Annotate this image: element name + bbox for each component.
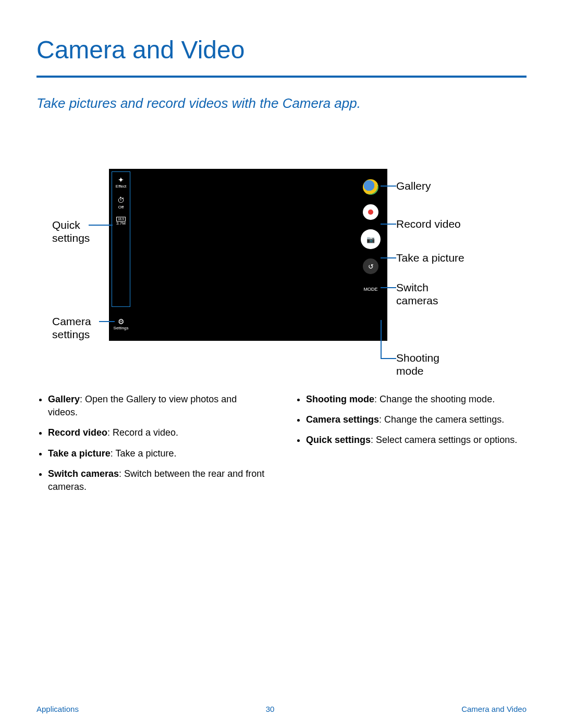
bullet-item: Camera settings: Change the camera setti… <box>306 413 527 426</box>
callout-quick-settings: Quick settings <box>52 218 104 244</box>
bullet-desc: : Record a video. <box>107 427 178 438</box>
right-column: Shooting mode: Change the shooting mode.… <box>295 393 527 501</box>
description-columns: Gallery: Open the Gallery to view photos… <box>36 393 527 501</box>
callout-record-video: Record video <box>396 217 461 230</box>
bullet-item: Gallery: Open the Gallery to view photos… <box>48 393 268 419</box>
bullet-term: Take a picture <box>48 448 111 459</box>
size-label: 3.7M <box>116 221 126 226</box>
bullet-desc: : Take a picture. <box>111 448 177 459</box>
switch-camera-icon: ↺ <box>368 263 374 270</box>
bullet-item: Switch cameras: Switch between the rear … <box>48 467 268 493</box>
title-rule <box>36 76 527 78</box>
footer: Applications 30 Camera and Video <box>0 705 563 713</box>
callout-gallery: Gallery <box>396 179 431 192</box>
shutter-button[interactable]: 📷 <box>361 229 381 249</box>
rule <box>89 225 113 226</box>
bullet-item: Take a picture: Take a picture. <box>48 447 268 460</box>
camera-icon: 📷 <box>366 236 375 243</box>
bullet-term: Switch cameras <box>48 468 119 479</box>
timer-icon: ⏱ <box>117 196 125 204</box>
rule <box>381 358 396 359</box>
bullet-term: Quick settings <box>306 435 371 445</box>
left-column: Gallery: Open the Gallery to view photos… <box>36 393 268 501</box>
gallery-button[interactable] <box>363 179 378 195</box>
switch-camera-button[interactable]: ↺ <box>363 258 378 274</box>
callout-take-picture: Take a picture <box>396 251 464 264</box>
footer-right: Camera and Video <box>461 705 527 713</box>
callout-switch-cameras: Switch cameras <box>396 281 459 307</box>
callout-shooting-mode: Shooting mode <box>396 351 459 377</box>
effect-label: Effect <box>116 184 126 189</box>
bullet-desc: : Change the shooting mode. <box>374 394 495 404</box>
effect-button[interactable]: ✦ Effect <box>116 176 126 189</box>
timer-label: Off <box>118 205 124 209</box>
camera-right-controls: 📷 ↺ MODE <box>359 179 382 292</box>
footer-left: Applications <box>36 705 79 713</box>
sparkle-icon: ✦ <box>116 176 126 184</box>
aspect-button[interactable]: 16:9 3.7M <box>116 217 126 226</box>
bullet-term: Record video <box>48 427 107 438</box>
callout-camera-settings: Camera settings <box>52 315 109 341</box>
camera-screenshot: ✦ Effect ⏱ Off 16:9 3.7M ⚙ Settings <box>109 169 387 341</box>
camera-settings-button[interactable]: ⚙ Settings <box>113 317 129 330</box>
rule <box>381 320 382 359</box>
page-title: Camera and Video <box>36 35 527 64</box>
bullet-desc: : Select camera settings or options. <box>371 435 517 445</box>
mode-button[interactable]: MODE <box>364 287 378 292</box>
bullet-desc: : Change the camera settings. <box>379 414 504 425</box>
rule <box>381 257 396 258</box>
bullet-item: Record video: Record a video. <box>48 426 268 439</box>
bullet-term: Camera settings <box>306 414 379 425</box>
quick-settings-panel: ✦ Effect ⏱ Off 16:9 3.7M <box>112 171 130 307</box>
record-button[interactable] <box>363 204 378 220</box>
settings-label: Settings <box>114 326 129 330</box>
gear-icon: ⚙ <box>113 317 129 326</box>
page-number: 30 <box>266 705 275 713</box>
page-subtitle: Take pictures and record videos with the… <box>36 95 527 112</box>
rule <box>381 186 396 187</box>
rule <box>381 224 396 225</box>
bullet-item: Shooting mode: Change the shooting mode. <box>306 393 527 406</box>
timer-button[interactable]: ⏱ Off <box>117 196 125 209</box>
figure: ✦ Effect ⏱ Off 16:9 3.7M ⚙ Settings <box>36 169 527 388</box>
bullet-item: Quick settings: Select camera settings o… <box>306 434 527 447</box>
rule <box>99 321 115 322</box>
bullet-term: Shooting mode <box>306 394 374 404</box>
rule <box>381 287 396 288</box>
bullet-term: Gallery <box>48 394 80 404</box>
